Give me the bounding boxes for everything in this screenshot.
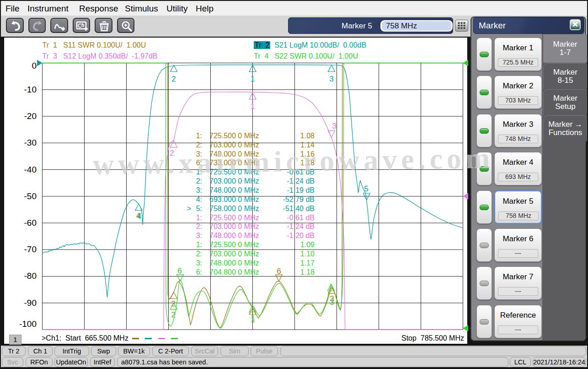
- svg-text:-30: -30: [24, 138, 37, 147]
- svg-text:2: 2: [171, 75, 176, 83]
- svg-text:725.500 0 MHz: 725.500 0 MHz: [209, 168, 259, 176]
- svg-text:-70: -70: [24, 244, 37, 254]
- svg-text:748.000 0 MHz: 748.000 0 MHz: [209, 150, 259, 158]
- svg-text:-100: -100: [19, 319, 37, 329]
- svg-text:703.000 0 MHz: 703.000 0 MHz: [209, 177, 259, 185]
- svg-text:2:: 2:: [196, 250, 202, 258]
- svg-text:725.500 0 MHz: 725.500 0 MHz: [209, 214, 259, 222]
- svg-text:1: 1: [251, 75, 255, 83]
- svg-text:6:: 6:: [196, 159, 202, 167]
- svg-text:3:: 3:: [196, 186, 202, 194]
- svg-text:6: 6: [277, 267, 281, 276]
- svg-text:693.000 0 MHz: 693.000 0 MHz: [209, 195, 259, 203]
- svg-text:-0.61 dB: -0.61 dB: [287, 168, 315, 176]
- svg-text:1.16: 1.16: [300, 150, 315, 158]
- svg-text:1: 1: [251, 102, 255, 111]
- svg-text:3:: 3:: [196, 150, 202, 158]
- svg-text:-20: -20: [24, 111, 37, 121]
- svg-text:2:: 2:: [196, 141, 202, 149]
- svg-text:-1.20 dB: -1.20 dB: [287, 232, 315, 239]
- svg-text:1.18: 1.18: [300, 159, 315, 167]
- svg-text:703.000 0 MHz: 703.000 0 MHz: [209, 222, 259, 230]
- svg-text:703.000 0 MHz: 703.000 0 MHz: [209, 250, 259, 258]
- svg-text:-80: -80: [24, 271, 37, 281]
- svg-text:3: 3: [332, 122, 336, 130]
- svg-text:5: 5: [364, 184, 368, 193]
- svg-text:-50: -50: [24, 191, 37, 201]
- svg-text:1.17: 1.17: [300, 259, 315, 267]
- svg-text:4: 4: [137, 212, 141, 221]
- svg-text:3: 3: [330, 298, 334, 307]
- svg-text:-90: -90: [24, 298, 37, 308]
- svg-text:-0.61 dB: -0.61 dB: [287, 214, 315, 222]
- svg-text:1.18: 1.18: [300, 268, 315, 276]
- svg-text:1:: 1:: [196, 168, 202, 176]
- svg-text:6: 6: [177, 266, 182, 275]
- svg-text:704.800 0 MHz: 704.800 0 MHz: [209, 268, 259, 276]
- svg-text:6:: 6:: [196, 268, 202, 276]
- svg-text:1.10: 1.10: [300, 250, 315, 258]
- svg-text:3:: 3:: [196, 232, 202, 239]
- svg-text:-1.24 dB: -1.24 dB: [287, 177, 315, 185]
- svg-text:3: 3: [329, 75, 333, 83]
- svg-text:4:: 4:: [196, 195, 202, 203]
- svg-text:>: >: [187, 205, 191, 212]
- svg-text:725.500 0 MHz: 725.500 0 MHz: [209, 132, 259, 140]
- svg-text:1:: 1:: [196, 214, 202, 222]
- svg-text:-1.24 dB: -1.24 dB: [287, 222, 315, 230]
- svg-text:703.000 0 MHz: 703.000 0 MHz: [209, 141, 259, 149]
- svg-text:-60: -60: [24, 218, 37, 228]
- svg-text:725.500 0 MHz: 725.500 0 MHz: [209, 241, 259, 249]
- svg-text:-40: -40: [24, 165, 37, 174]
- svg-text:0: 0: [32, 61, 37, 71]
- svg-text:2: 2: [171, 310, 175, 319]
- svg-text:-52.79 dB: -52.79 dB: [283, 195, 315, 203]
- svg-text:1:: 1:: [196, 241, 202, 249]
- svg-text:2:: 2:: [196, 177, 202, 185]
- svg-text:5:: 5:: [196, 205, 202, 212]
- svg-text:1.08: 1.08: [300, 132, 315, 140]
- svg-text:758.000 0 MHz: 758.000 0 MHz: [209, 205, 259, 212]
- svg-text:1:: 1:: [196, 132, 202, 140]
- svg-text:1: 1: [251, 314, 255, 322]
- svg-text:2: 2: [170, 149, 174, 157]
- svg-text:-1.19 dB: -1.19 dB: [287, 186, 315, 194]
- svg-text:1.09: 1.09: [300, 241, 315, 249]
- svg-text:1.14: 1.14: [300, 141, 315, 149]
- svg-text:-10: -10: [24, 85, 37, 94]
- svg-text:748.000 0 MHz: 748.000 0 MHz: [209, 259, 259, 267]
- svg-text:733.000 0 MHz: 733.000 0 MHz: [209, 159, 259, 167]
- svg-text:748.000 0 MHz: 748.000 0 MHz: [209, 232, 259, 239]
- svg-text:2:: 2:: [196, 222, 202, 230]
- svg-text:-51.40 dB: -51.40 dB: [283, 205, 315, 212]
- svg-text:3:: 3:: [196, 259, 202, 267]
- svg-text:748.000 0 MHz: 748.000 0 MHz: [209, 186, 259, 194]
